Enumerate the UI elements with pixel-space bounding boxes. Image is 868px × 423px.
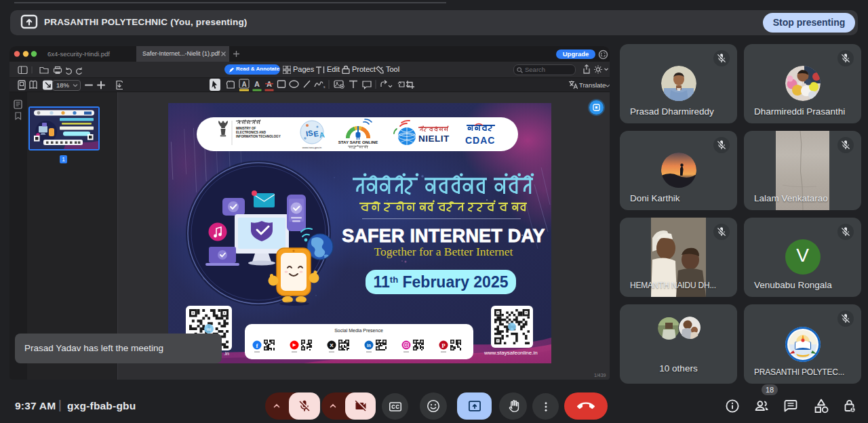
svg-text:IS: IS	[305, 129, 313, 138]
svg-text:.in: .in	[224, 350, 229, 357]
svg-text:ELECTRONICS AND: ELECTRONICS AND	[236, 131, 267, 134]
svg-text:MINISTRY OF: MINISTRY OF	[236, 127, 256, 130]
svg-text:Wi: Wi	[207, 327, 211, 331]
svg-text:CDAC: CDAC	[465, 135, 495, 146]
svg-text:A: A	[241, 81, 246, 88]
svg-text:INFORMATION TECHNOLOGY: INFORMATION TECHNOLOGY	[236, 135, 281, 138]
svg-text:P: P	[441, 342, 446, 349]
svg-text:in: in	[367, 343, 371, 348]
svg-text:www.isea.gov.in: www.isea.gov.in	[302, 146, 321, 149]
svg-text:Social Media Presence: Social Media Presence	[334, 328, 383, 333]
svg-text:A: A	[254, 80, 260, 88]
svg-text:STAY SAFE ONLINE: STAY SAFE ONLINE	[338, 140, 378, 144]
svg-text:X: X	[330, 342, 334, 348]
svg-text:s: s	[323, 85, 326, 89]
svg-text:NIELIT: NIELIT	[418, 134, 450, 144]
svg-text:www.staysafeonline.in: www.staysafeonline.in	[484, 350, 538, 356]
